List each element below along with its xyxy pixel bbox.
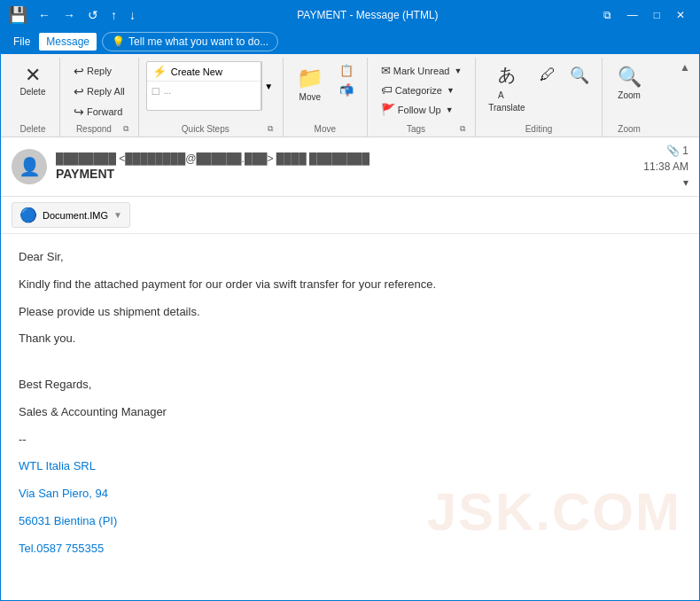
zoom-group-bottom: Zoom xyxy=(610,121,649,137)
title-bar-left: 💾 ← → ↺ ↑ ↓ xyxy=(8,5,139,25)
reply-all-label: Reply All xyxy=(87,86,125,97)
forward-button[interactable]: ↪ Forward xyxy=(67,102,131,121)
email-subject: PAYMENT xyxy=(56,167,634,181)
quick-steps-box: ⚡ Create New □ ... xyxy=(146,61,261,111)
restore-button[interactable]: ⧉ xyxy=(596,7,618,23)
tags-buttons: ✉ Mark Unread ▼ 🏷 Categorize ▼ 🚩 Follow … xyxy=(375,58,469,121)
move-label: Move xyxy=(299,92,321,102)
ribbon-collapse-button[interactable]: ▲ xyxy=(676,58,694,77)
attachment-badge-icon: 📎 xyxy=(666,144,680,157)
quick-steps-arrow[interactable]: ▼ xyxy=(261,61,276,111)
attachment-item[interactable]: 🔵 Document.IMG ▼ xyxy=(12,202,130,228)
company-link[interactable]: WTL Italia SRL xyxy=(19,459,96,472)
editing-buttons: あA Translate 🖊 🔍 xyxy=(483,58,594,121)
ribbon-group-tags: ✉ Mark Unread ▼ 🏷 Categorize ▼ 🚩 Follow … xyxy=(368,58,477,137)
zoom-label: Zoom xyxy=(618,90,641,100)
zoom-buttons: 🔍 Zoom xyxy=(610,58,649,121)
menu-bar: File Message 💡 Tell me what you want to … xyxy=(1,29,699,54)
body-line3: Thank you. xyxy=(19,330,681,348)
delete-button[interactable]: ✕ Delete xyxy=(13,61,52,101)
delete-group-label: Delete xyxy=(13,121,52,137)
move-secondary-2[interactable]: 📬 xyxy=(333,81,360,99)
forward-label: Forward xyxy=(87,106,122,117)
respond-stack: ↩ Reply ↩ Reply All ↪ Forward xyxy=(67,61,131,121)
tell-me-label: Tell me what you want to do... xyxy=(128,35,268,48)
attachment-name: Document.IMG xyxy=(43,210,108,221)
reply-all-button[interactable]: ↩ Reply All xyxy=(67,82,131,101)
attachment-count: 1 xyxy=(682,144,688,157)
down-button[interactable]: ↓ xyxy=(126,6,139,24)
search-icon: 🔍 xyxy=(570,66,589,85)
create-new-icon: ⚡ xyxy=(152,65,167,78)
quick-step-create-new[interactable]: ⚡ Create New xyxy=(147,62,261,82)
editing-search[interactable]: 🔍 xyxy=(564,61,595,90)
create-new-label: Create New xyxy=(171,66,222,77)
body-sign2: Sales & Accounting Manager xyxy=(19,403,681,422)
respond-buttons: ↩ Reply ↩ Reply All ↪ Forward xyxy=(67,58,131,121)
quick-step-2[interactable]: □ ... xyxy=(147,82,261,100)
email-expand-button[interactable]: ▾ xyxy=(683,176,688,189)
reply-all-icon: ↩ xyxy=(74,84,84,98)
email-body: Dear Sir, Kindly find the attached payme… xyxy=(1,234,699,581)
follow-up-button[interactable]: 🚩 Follow Up ▼ xyxy=(375,100,469,119)
translate-button[interactable]: あA Translate xyxy=(483,61,530,117)
move-secondary-stack: 📋 📬 xyxy=(333,61,360,99)
attachment-dropdown-icon[interactable]: ▼ xyxy=(113,210,122,220)
zoom-icon: 🔍 xyxy=(618,66,642,89)
tags-stack: ✉ Mark Unread ▼ 🏷 Categorize ▼ 🚩 Follow … xyxy=(375,61,469,119)
mark-unread-label: Mark Unread xyxy=(393,66,450,76)
menu-file[interactable]: File xyxy=(6,33,37,51)
email-meta: ████████ <████████@██████.███> ████ ████… xyxy=(56,152,634,181)
tags-expander[interactable]: ⧉ xyxy=(457,123,468,135)
ribbon-group-quick-steps: ⚡ Create New □ ... ▼ Quick Steps ⧉ xyxy=(139,58,284,137)
mark-unread-icon: ✉ xyxy=(381,64,391,77)
refresh-button[interactable]: ↺ xyxy=(84,6,102,24)
quick-steps-wrapper: ⚡ Create New □ ... ▼ xyxy=(146,61,276,111)
qs2-label: ... xyxy=(164,86,171,96)
move-button[interactable]: 📁 Move xyxy=(291,61,330,106)
reply-button[interactable]: ↩ Reply xyxy=(67,61,131,81)
categorize-dropdown[interactable]: ▼ xyxy=(447,86,455,95)
window-controls: ⧉ — □ ✕ xyxy=(596,7,692,23)
email-header: 👤 ████████ <████████@██████.███> ████ ██… xyxy=(1,137,699,197)
follow-up-dropdown[interactable]: ▼ xyxy=(446,105,454,114)
maximize-button[interactable]: □ xyxy=(647,7,667,23)
move-s2-icon: 📬 xyxy=(339,83,354,97)
delete-group-bottom: Delete xyxy=(13,121,52,137)
categorize-icon: 🏷 xyxy=(381,83,393,97)
up-button[interactable]: ↑ xyxy=(107,6,121,24)
forward-icon: ↪ xyxy=(74,105,84,119)
title-bar: 💾 ← → ↺ ↑ ↓ PAYMENT - Message (HTML) ⧉ —… xyxy=(1,1,699,29)
app-icon: 💾 xyxy=(8,5,27,25)
qs-expander[interactable]: ⧉ xyxy=(265,123,276,135)
move-secondary-1[interactable]: 📋 xyxy=(333,61,360,80)
attachment-badge: 📎 1 xyxy=(666,144,688,157)
body-greeting: Dear Sir, xyxy=(19,248,681,267)
editing-group-label: Editing xyxy=(483,121,594,137)
mark-unread-button[interactable]: ✉ Mark Unread ▼ xyxy=(375,61,469,80)
respond-expander[interactable]: ⧉ xyxy=(121,123,131,135)
qs-arrow-icon: ▼ xyxy=(264,82,273,91)
minimize-button[interactable]: — xyxy=(620,7,645,23)
qs2-icon: □ xyxy=(152,84,159,98)
categorize-button[interactable]: 🏷 Categorize ▼ xyxy=(375,81,469,99)
mark-unread-dropdown[interactable]: ▼ xyxy=(454,66,462,75)
respond-group-label: Respond xyxy=(67,121,121,137)
zoom-button[interactable]: 🔍 Zoom xyxy=(610,61,649,105)
menu-message[interactable]: Message xyxy=(39,33,97,51)
categorize-label: Categorize xyxy=(395,85,442,96)
close-button[interactable]: ✕ xyxy=(669,7,692,23)
qs-group-bottom: Quick Steps ⧉ xyxy=(146,121,276,137)
editing-secondary[interactable]: 🖊 xyxy=(534,61,561,89)
email-time: 11:38 AM xyxy=(643,160,688,173)
forward-button[interactable]: → xyxy=(59,6,79,24)
translate-label: Translate xyxy=(488,103,525,113)
sender-avatar: 👤 xyxy=(12,149,47,184)
move-s1-icon: 📋 xyxy=(339,64,354,77)
tell-me-box[interactable]: 💡 Tell me what you want to do... xyxy=(102,32,278,51)
move-buttons: 📁 Move 📋 📬 xyxy=(291,58,360,121)
body-sign1: Best Regards, xyxy=(19,376,681,394)
respond-group-bottom: Respond ⧉ xyxy=(67,121,131,137)
back-button[interactable]: ← xyxy=(35,6,54,24)
tel-link[interactable]: Tel.0587 755355 xyxy=(19,542,104,555)
